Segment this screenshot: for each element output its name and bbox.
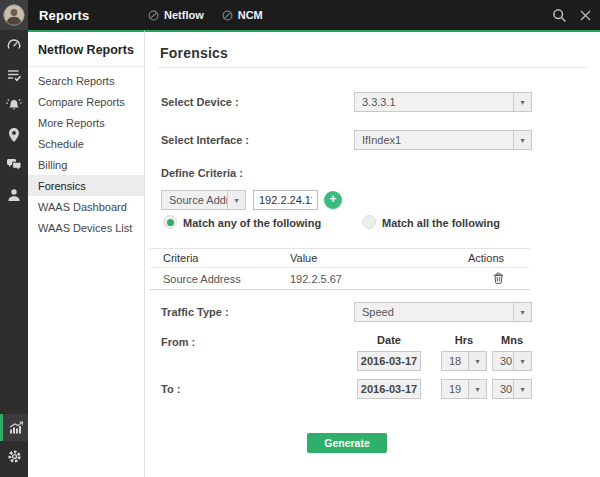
chevron-down-icon[interactable]: ▾ (468, 352, 486, 370)
select-device-dropdown[interactable]: 3.3.3.1 ▾ (354, 92, 532, 112)
chevron-down-icon[interactable]: ▾ (513, 380, 531, 398)
sidebar-item-billing[interactable]: Billing (28, 154, 144, 175)
select-interface-dropdown[interactable]: IfIndex1 ▾ (354, 130, 532, 150)
sidebar-item-more-reports[interactable]: More Reports (28, 112, 144, 133)
from-mns-select[interactable]: 30 ▾ (492, 351, 532, 371)
sidebar-items: Search Reports Compare Reports More Repo… (28, 67, 144, 238)
col-value: Value (290, 252, 446, 264)
traffic-type-label: Traffic Type : (161, 302, 229, 322)
chevron-down-icon[interactable]: ▾ (513, 303, 531, 321)
sidebar-item-search-reports[interactable]: Search Reports (28, 70, 144, 91)
chevron-down-icon[interactable]: ▾ (513, 352, 531, 370)
match-any-radio[interactable] (163, 215, 177, 229)
user-photo-icon (3, 4, 25, 26)
criteria-table-header: Criteria Value Actions (150, 248, 530, 268)
select-device-label: Select Device : (161, 92, 239, 112)
forensics-panel: Forensics Select Device : 3.3.3.1 ▾ Sele… (145, 30, 600, 477)
match-all-label[interactable]: Match all the following (382, 216, 500, 230)
delete-criteria-icon[interactable] (493, 272, 504, 284)
match-any-label[interactable]: Match any of the following (183, 216, 321, 230)
page-title: Reports (39, 8, 90, 23)
chevron-down-icon[interactable]: ▾ (227, 191, 245, 209)
to-date-field[interactable]: 2016-03-17 (357, 379, 421, 399)
maps-pin-icon[interactable] (0, 120, 28, 150)
traffic-type-dropdown[interactable]: Speed ▾ (354, 302, 532, 322)
tab-netflow-label: Netflow (164, 9, 204, 21)
sidebar-item-waas-dashboard[interactable]: WAAS Dashboard (28, 196, 144, 217)
alarms-bell-icon[interactable] (0, 90, 28, 120)
topbar-actions (552, 0, 592, 30)
add-criteria-button[interactable]: + (324, 191, 342, 209)
topbar-tabs: Netflow NCM (148, 0, 263, 30)
from-date-field[interactable]: 2016-03-17 (357, 351, 421, 371)
traffic-type-value: Speed (355, 303, 513, 321)
circle-slash-icon (148, 10, 159, 21)
tab-netflow[interactable]: Netflow (148, 9, 204, 21)
sidebar-item-waas-devices-list[interactable]: WAAS Devices List (28, 217, 144, 238)
chevron-down-icon[interactable]: ▾ (513, 131, 531, 149)
panel-heading: Forensics (160, 45, 228, 61)
heading-divider (158, 67, 588, 68)
match-all-radio[interactable] (362, 215, 376, 229)
icon-rail (0, 30, 28, 477)
chat-icon[interactable] (0, 150, 28, 180)
reports-list-icon[interactable] (0, 60, 28, 90)
users-icon[interactable] (0, 180, 28, 210)
from-hrs-select[interactable]: 18 ▾ (441, 351, 487, 371)
rail-bottom-group (0, 414, 28, 471)
settings-gear-icon[interactable] (0, 441, 28, 471)
date-column-header: Date (357, 334, 421, 346)
to-mns-select[interactable]: 30 ▾ (492, 379, 532, 399)
charts-icon[interactable] (0, 414, 28, 441)
from-label: From : (161, 332, 195, 352)
hrs-column-header: Hrs (441, 334, 487, 346)
topbar: Reports Netflow NCM (0, 0, 600, 30)
row-value: 192.2.5.67 (290, 273, 446, 285)
search-icon[interactable] (552, 8, 567, 23)
col-actions: Actions (446, 252, 530, 264)
generate-report-button[interactable]: Generate Report (307, 433, 387, 453)
table-row: Source Address 192.2.5.67 (150, 268, 530, 290)
from-hrs-value: 18 (442, 352, 468, 370)
sidebar-item-schedule[interactable]: Schedule (28, 133, 144, 154)
sidebar: Netflow Reports Search Reports Compare R… (28, 30, 145, 477)
col-criteria: Criteria (150, 252, 290, 264)
select-interface-value: IfIndex1 (355, 131, 513, 149)
criteria-value-input[interactable] (253, 190, 318, 210)
sidebar-item-compare-reports[interactable]: Compare Reports (28, 91, 144, 112)
avatar[interactable] (0, 0, 28, 30)
to-hrs-select[interactable]: 19 ▾ (441, 379, 487, 399)
mns-column-header: Mns (492, 334, 532, 346)
criteria-type-dropdown[interactable]: Source Address ▾ (161, 190, 246, 210)
tab-ncm-label: NCM (238, 9, 263, 21)
row-criteria: Source Address (150, 273, 290, 285)
chevron-down-icon[interactable]: ▾ (513, 93, 531, 111)
sidebar-title: Netflow Reports (28, 32, 144, 67)
to-mns-value: 30 (493, 380, 513, 398)
from-mns-value: 30 (493, 352, 513, 370)
to-label: To : (161, 379, 180, 399)
tab-ncm[interactable]: NCM (222, 9, 263, 21)
chevron-down-icon[interactable]: ▾ (468, 380, 486, 398)
define-criteria-label: Define Criteria : (161, 163, 243, 183)
dashboard-gauge-icon[interactable] (0, 30, 28, 60)
close-icon[interactable] (579, 9, 592, 22)
circle-slash-icon (222, 10, 233, 21)
criteria-table: Criteria Value Actions Source Address 19… (150, 248, 530, 290)
to-hrs-value: 19 (442, 380, 468, 398)
select-device-value: 3.3.3.1 (355, 93, 513, 111)
sidebar-item-forensics[interactable]: Forensics (28, 175, 144, 196)
criteria-type-value: Source Address (162, 191, 227, 209)
select-interface-label: Select Interface : (161, 130, 249, 150)
